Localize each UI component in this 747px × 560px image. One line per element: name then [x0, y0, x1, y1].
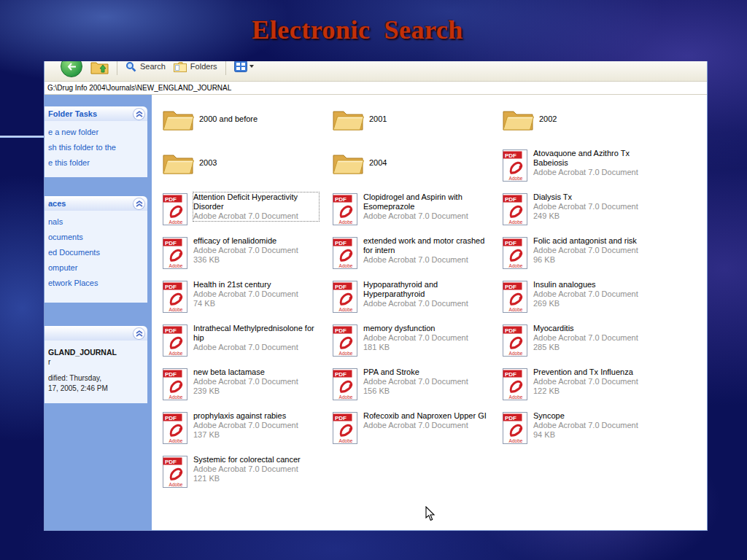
file-tile[interactable]: 2001: [332, 105, 502, 149]
file-tile[interactable]: PDF Adobe Dialysis Tx Adobe Acrobat 7.0 …: [502, 192, 672, 236]
file-tile[interactable]: PDF Adobe memory dysfunction Adobe Acrob…: [332, 324, 502, 368]
file-tile[interactable]: PDF Adobe Hypoparathyroid and Hyperparat…: [332, 280, 502, 324]
svg-text:PDF: PDF: [165, 284, 177, 290]
place-link[interactable]: nals: [48, 217, 144, 226]
file-type: Adobe Acrobat 7.0 Document: [193, 246, 298, 255]
file-size: 137 KB: [193, 430, 298, 440]
file-size: 285 KB: [533, 343, 638, 352]
file-tile-text: Hypoparathyroid and Hyperparathyroid Ado…: [363, 280, 489, 308]
file-tile[interactable]: PDF Adobe Attention Deficit Hyperactivit…: [162, 192, 332, 236]
file-name: Atovaquone and Azithro Tx Babeiosis: [533, 149, 659, 168]
file-type: Adobe Acrobat 7.0 Document: [193, 464, 301, 474]
file-size: 96 KB: [533, 255, 638, 265]
file-tile-text: memory dysfunction Adobe Acrobat 7.0 Doc…: [363, 324, 468, 352]
file-tile[interactable]: 2004: [332, 149, 502, 192]
file-tile[interactable]: 2002: [502, 105, 672, 149]
up-button[interactable]: [90, 61, 109, 74]
task-link[interactable]: sh this folder to the: [48, 143, 144, 152]
svg-text:PDF: PDF: [335, 284, 347, 290]
address-text: G:\Drug Info 2004\Journals\NEW_ENGLAND_J…: [47, 84, 231, 92]
task-link[interactable]: e this folder: [48, 158, 144, 167]
file-name: Prevention and Tx Influenza: [533, 368, 638, 377]
svg-text:Adobe: Adobe: [509, 351, 523, 356]
file-tile[interactable]: 2003: [162, 149, 332, 192]
file-tile[interactable]: PDF Adobe extended work and motor crashe…: [332, 236, 502, 280]
place-link[interactable]: ocuments: [48, 233, 144, 241]
file-type: Adobe Acrobat 7.0 Document: [193, 289, 298, 299]
file-tile-text: Atovaquone and Azithro Tx Babeiosis Adob…: [533, 149, 659, 177]
file-tile[interactable]: PDF Adobe Intrathecal Methylprednisolone…: [162, 324, 332, 368]
chevron-up-icon[interactable]: [133, 109, 144, 120]
folder-up-icon: [90, 61, 109, 74]
svg-text:PDF: PDF: [165, 415, 177, 421]
file-name: extended work and motor crashed for inte…: [363, 236, 489, 255]
file-name: 2000 and before: [199, 114, 258, 124]
file-name: Dialysis Tx: [533, 192, 638, 202]
place-link[interactable]: ed Documents: [48, 248, 144, 257]
chevron-up-icon[interactable]: [133, 328, 144, 339]
pdf-icon: PDF Adobe: [332, 193, 358, 236]
folders-button[interactable]: Folders: [174, 61, 217, 72]
file-name: Health in 21st century: [193, 280, 298, 289]
file-size: 269 KB: [533, 299, 638, 308]
pdf-icon: PDF Adobe: [332, 237, 358, 280]
place-link[interactable]: omputer: [48, 263, 144, 272]
details-line: r: [48, 358, 144, 367]
file-tile[interactable]: PDF Adobe Rofecoxib and Naproxen Upper G…: [332, 411, 502, 455]
file-size: 336 KB: [193, 255, 298, 265]
other-places-header[interactable]: aces: [44, 196, 147, 211]
file-tile[interactable]: PDF Adobe Prevention and Tx Influenza Ad…: [502, 368, 672, 411]
file-name: Rofecoxib and Naproxen Upper GI: [363, 411, 487, 421]
file-tile-text: Rofecoxib and Naproxen Upper GI Adobe Ac…: [363, 411, 487, 430]
task-pane: Folder Tasks e a new foldersh this folde…: [44, 95, 152, 531]
toolbar-separator: [225, 61, 226, 75]
folders-button-label: Folders: [190, 62, 217, 71]
svg-text:Adobe: Adobe: [509, 394, 523, 400]
folder-tasks-header[interactable]: Folder Tasks: [44, 106, 147, 121]
svg-text:Adobe: Adobe: [509, 219, 523, 225]
file-tile[interactable]: PDF Adobe Insulin analogues Adobe Acroba…: [502, 280, 672, 324]
file-name: Myocarditis: [533, 324, 638, 333]
folder-icon: [332, 151, 364, 192]
file-tile[interactable]: PDF Adobe Health in 21st century Adobe A…: [162, 280, 332, 324]
task-link[interactable]: e a new folder: [48, 128, 144, 136]
file-name: Clopidrogel and Aspirin with Esomeprazol…: [363, 192, 489, 211]
file-tile[interactable]: PDF Adobe Folic acid antagonist and risk…: [502, 236, 672, 280]
explorer-window: Search Folders: [44, 61, 708, 531]
file-tile[interactable]: PDF Adobe PPA and Stroke Adobe Acrobat 7…: [332, 368, 502, 411]
back-button[interactable]: [61, 61, 82, 77]
chevron-up-icon[interactable]: [133, 198, 144, 209]
details-header[interactable]: [44, 326, 147, 341]
svg-text:PDF: PDF: [335, 240, 347, 246]
file-tile[interactable]: PDF Adobe Myocarditis Adobe Acrobat 7.0 …: [502, 324, 672, 368]
file-tile[interactable]: PDF Adobe Syncope Adobe Acrobat 7.0 Docu…: [502, 411, 672, 455]
folder-icon: [162, 151, 194, 192]
address-bar[interactable]: G:\Drug Info 2004\Journals\NEW_ENGLAND_J…: [44, 82, 707, 95]
pdf-icon: PDF Adobe: [502, 412, 528, 455]
file-name: Syncope: [533, 411, 638, 421]
file-name: Hypoparathyroid and Hyperparathyroid: [363, 280, 489, 299]
slide-title: Electronic Search: [0, 15, 715, 45]
file-tile[interactable]: PDF Adobe new beta lactamase Adobe Acrob…: [162, 368, 332, 411]
file-type: Adobe Acrobat 7.0 Document: [533, 246, 638, 255]
file-tile[interactable]: PDF Adobe Systemic for colorectal cancer…: [162, 455, 332, 499]
svg-text:Adobe: Adobe: [509, 307, 523, 312]
file-tile[interactable]: PDF Adobe prophylaxis against rabies Ado…: [162, 411, 332, 455]
file-tile[interactable]: 2000 and before: [162, 105, 332, 149]
file-type: Adobe Acrobat 7.0 Document: [363, 377, 468, 386]
toolbar: Search Folders: [44, 61, 707, 82]
svg-text:PDF: PDF: [505, 152, 516, 159]
file-size: 122 KB: [533, 386, 638, 396]
search-button[interactable]: Search: [125, 61, 166, 72]
file-tile[interactable]: PDF Adobe efficacy of lenalidomide Adobe…: [162, 236, 332, 280]
pdf-icon: PDF Adobe: [162, 193, 188, 236]
file-size: 94 KB: [533, 430, 638, 440]
place-link[interactable]: etwork Places: [48, 279, 144, 287]
file-tile[interactable]: PDF Adobe Clopidrogel and Aspirin with E…: [332, 192, 502, 236]
pdf-icon: PDF Adobe: [502, 193, 528, 236]
svg-text:Adobe: Adobe: [169, 307, 183, 312]
file-size: 181 KB: [363, 343, 468, 352]
search-button-label: Search: [140, 62, 166, 71]
views-button[interactable]: [234, 61, 254, 72]
file-tile[interactable]: PDF Adobe Atovaquone and Azithro Tx Babe…: [502, 149, 672, 192]
